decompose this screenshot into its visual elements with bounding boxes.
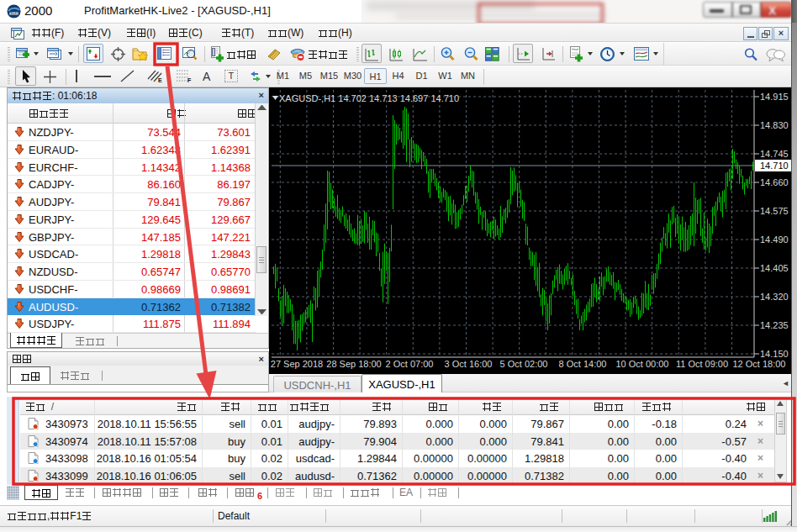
svg-text:F: F	[187, 77, 192, 83]
svg-text:27 Sep 2018: 27 Sep 2018	[271, 359, 323, 369]
svg-text:12 Oct 18:00: 12 Oct 18:00	[733, 359, 786, 369]
svg-text:8 Oct 14:00: 8 Oct 14:00	[559, 359, 607, 369]
svg-text:11 Oct 09:00: 11 Oct 09:00	[676, 359, 728, 369]
svg-text:2 Oct 07:00: 2 Oct 07:00	[386, 359, 434, 369]
svg-text:XAGUSD-,H1 14.702 14.713 14.6: XAGUSD-,H1 14.702 14.713 14.697 14.710	[279, 93, 459, 103]
svg-text:10 Oct 00:00: 10 Oct 00:00	[616, 359, 669, 369]
svg-text:28 Sep 18:00: 28 Sep 18:00	[326, 359, 381, 369]
svg-text:14.830: 14.830	[760, 120, 789, 130]
svg-text:14.150: 14.150	[760, 349, 789, 359]
svg-text:14.490: 14.490	[760, 234, 789, 245]
svg-text:14.575: 14.575	[760, 206, 789, 216]
svg-text:14.710: 14.710	[760, 161, 789, 171]
svg-text:5 Oct 02:00: 5 Oct 02:00	[500, 359, 548, 369]
svg-text:14.320: 14.320	[760, 292, 789, 302]
svg-text:3 Oct 16:00: 3 Oct 16:00	[445, 359, 493, 369]
svg-text:14.915: 14.915	[760, 92, 789, 102]
svg-text:E: E	[158, 77, 162, 83]
svg-text:PROFIT: PROFIT	[8, 12, 19, 15]
svg-text:14.660: 14.660	[760, 177, 789, 187]
svg-text:14.745: 14.745	[760, 149, 789, 159]
svg-text:14.235: 14.235	[760, 320, 789, 330]
svg-text:14.405: 14.405	[760, 263, 789, 273]
